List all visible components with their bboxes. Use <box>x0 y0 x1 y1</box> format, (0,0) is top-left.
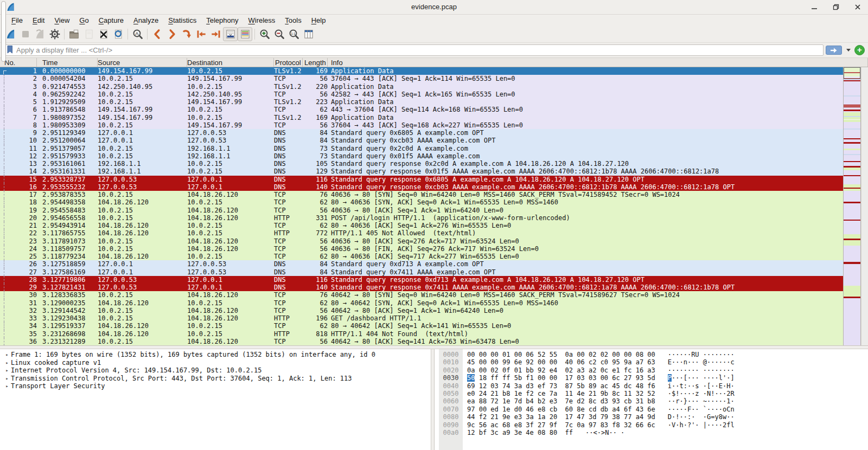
packet-row[interactable]: 132.953161061192.168.1.110.0.2.15DNS105S… <box>0 160 843 168</box>
packet-row[interactable]: 20.00005420410.0.2.15149.154.167.99TCP56… <box>0 75 843 82</box>
menu-wireless[interactable]: Wireless <box>244 16 280 25</box>
column-header-destination[interactable]: Destination <box>187 58 274 67</box>
hex-bytes[interactable]: 0a 00 02 0f 01 bb 92 e4 02 a3 a2 0c e1 f… <box>467 367 655 374</box>
hex-ascii[interactable]: P···[··· ····l'·] <box>668 374 735 382</box>
go-first-button[interactable] <box>194 27 208 41</box>
hex-row[interactable]: 0060ea 88 72 1e 7d b4 b2 e3 7e d2 8c d3 … <box>435 397 868 405</box>
packet-row[interactable]: 223.117865755104.18.26.12010.0.2.15HTTP7… <box>0 229 843 237</box>
minimize-button[interactable] <box>808 1 820 13</box>
packet-row[interactable]: 243.11850975710.0.2.15104.18.26.120TCP56… <box>0 245 843 253</box>
hex-bytes[interactable]: 00 00 00 01 00 06 52 55 0a 00 02 02 00 0… <box>467 351 655 358</box>
column-header-info[interactable]: Info <box>328 58 868 67</box>
menu-capture[interactable]: Capture <box>94 16 129 25</box>
column-header-source[interactable]: Source <box>98 58 187 67</box>
expand-arrow-icon[interactable]: ▸ <box>3 375 11 383</box>
display-filter-input[interactable] <box>16 46 821 54</box>
hex-bytes[interactable]: e0 24 21 b8 1e f2 ce 7a 11 4e 21 9b 8c 1… <box>467 390 655 397</box>
hex-ascii[interactable]: ······RU ········ <box>668 351 735 358</box>
menu-help[interactable]: Help <box>307 16 331 25</box>
packet-row[interactable]: 182.954498358104.18.26.12010.0.2.15TCP62… <box>0 198 843 206</box>
hex-row[interactable]: 003050 18 ff ff 5b f1 00 00 17 03 03 00 … <box>435 374 868 382</box>
packet-row[interactable]: 363.23132128910.0.2.15104.18.26.120TCP56… <box>0 338 843 345</box>
hex-bytes[interactable]: 45 00 00 99 6e 92 00 00 40 06 c2 c0 95 9… <box>467 358 655 366</box>
hex-bytes[interactable]: 9c 56 ac 68 e8 3f 27 9f 7c 0a 97 83 f8 3… <box>467 421 655 429</box>
hex-bytes[interactable]: 97 00 ed 1e d0 46 e8 cb 60 8e cd db a4 6… <box>467 406 655 413</box>
packet-row[interactable]: 61.913786548149.154.167.9910.0.2.15TCP62… <box>0 106 843 113</box>
hex-row[interactable]: 0050e0 24 21 b8 1e f2 ce 7a 11 4e 21 9b … <box>435 390 868 397</box>
menu-statistics[interactable]: Statistics <box>163 16 201 25</box>
packet-row[interactable]: 142.953161331192.168.1.110.0.2.15DNS129S… <box>0 168 843 175</box>
hex-row[interactable]: 008044 f2 21 9e e3 3a 1a 20 17 47 3d 79 … <box>435 413 868 421</box>
go-forward-button[interactable] <box>164 27 179 41</box>
go-to-packet-button[interactable] <box>179 27 194 41</box>
packet-row[interactable]: 233.11789107310.0.2.15104.18.26.120TCP56… <box>0 237 843 245</box>
reload-file-button[interactable] <box>111 27 125 41</box>
colorize-button[interactable] <box>238 27 252 41</box>
hex-ascii[interactable]: E···n··· @······c <box>668 358 735 366</box>
close-file-button[interactable] <box>96 27 111 41</box>
menu-view[interactable]: View <box>49 16 74 25</box>
hex-row[interactable]: 00a012 bf 3c a9 3e 4e 08 80 ff··<·>N·· · <box>435 429 868 436</box>
detail-tree-item[interactable]: ▸Transport Layer Security <box>3 382 431 390</box>
detail-tree-item[interactable]: ▸Frame 1: 169 bytes on wire (1352 bits),… <box>3 351 431 359</box>
add-filter-button[interactable]: + <box>854 45 865 55</box>
packet-row[interactable]: 333.12923043810.0.2.15104.18.26.120HTTP1… <box>0 314 843 322</box>
packet-row[interactable]: 51.91292950910.0.2.15149.154.167.99TLSv1… <box>0 98 843 106</box>
go-back-button[interactable] <box>150 27 164 41</box>
hex-ascii[interactable]: ··<·>N·· · <box>585 429 624 436</box>
menu-telephony[interactable]: Telephony <box>201 16 243 25</box>
packet-row[interactable]: 10.000000000149.154.167.9910.0.2.15TLSv1… <box>0 67 843 75</box>
packet-list-scrollbar[interactable] <box>861 67 868 345</box>
expand-arrow-icon[interactable]: ▸ <box>3 351 11 359</box>
packet-row[interactable]: 293.127821431127.0.0.53127.0.0.1DNS140St… <box>0 284 843 291</box>
detail-tree-item[interactable]: ▸Linux cooked capture v1 <box>3 359 431 367</box>
packet-list-scrollbar-handle[interactable] <box>1 1 6 62</box>
packet-row[interactable]: 273.127586169127.0.0.1127.0.0.53DNS84Sta… <box>0 268 843 276</box>
packet-row[interactable]: 30.921474553142.250.140.9510.0.2.15TLSv1… <box>0 83 843 91</box>
hex-row[interactable]: 001045 00 00 99 6e 92 00 00 40 06 c2 c0 … <box>435 358 868 366</box>
display-filter-box[interactable] <box>3 44 824 56</box>
hex-row[interactable]: 00909c 56 ac 68 e8 3f 27 9f 7c 0a 97 83 … <box>435 421 868 429</box>
packet-row[interactable]: 102.951200064127.0.0.1127.0.0.53DNS84Sta… <box>0 137 843 144</box>
packet-row[interactable]: 71.980897352149.154.167.9910.0.2.15TLSv1… <box>0 114 843 121</box>
packet-row[interactable]: 40.96259224210.0.2.15142.250.140.95TCP56… <box>0 91 843 98</box>
expand-arrow-icon[interactable]: ▸ <box>3 367 11 375</box>
hex-ascii[interactable]: ·$!····z ·N!···2R <box>668 390 735 397</box>
packet-row[interactable]: 192.95455848310.0.2.15104.18.26.120TCP56… <box>0 207 843 214</box>
packet-row[interactable]: 162.953555232127.0.0.53127.0.0.1DNS140St… <box>0 183 843 191</box>
hex-ascii[interactable]: ·V·h·?'· |····2fl <box>668 421 735 429</box>
hex-ascii[interactable]: i··t:··s ·[··E·H· <box>668 382 735 390</box>
hex-row[interactable]: 007097 00 ed 1e d0 46 e8 cb 60 8e cd db … <box>435 406 868 413</box>
zoom-100-button[interactable]: 1:1 <box>286 27 301 41</box>
packet-row[interactable]: 283.127719806127.0.0.53127.0.0.1DNS116St… <box>0 276 843 284</box>
packet-row[interactable]: 112.95137905710.0.2.15192.168.1.1DNS73St… <box>0 145 843 152</box>
find-packet-button[interactable]: A <box>130 27 145 41</box>
hex-ascii[interactable]: ·····F·· `····oCn <box>668 406 735 413</box>
hex-bytes[interactable]: ea 88 72 1e 7d b4 b2 e3 7e d2 8c d3 93 c… <box>467 397 655 405</box>
close-button[interactable] <box>852 1 864 13</box>
bookmark-icon[interactable] <box>6 45 14 56</box>
hex-row[interactable]: 004069 12 03 74 3a d3 ef 73 87 5b 89 ac … <box>435 382 868 390</box>
detail-tree-item[interactable]: ▸Transmission Control Protocol, Src Port… <box>3 375 431 383</box>
packet-row[interactable]: 172.95387835310.0.2.15104.18.26.120TCP76… <box>0 191 843 198</box>
packet-row[interactable]: 263.127518859127.0.0.1127.0.0.53DNS84Sta… <box>0 260 843 268</box>
vertical-splitter[interactable] <box>431 349 435 450</box>
zoom-out-button[interactable] <box>272 27 286 41</box>
hex-bytes[interactable]: 50 18 ff ff 5b f1 00 00 17 03 03 00 6c 2… <box>467 374 655 382</box>
packet-row[interactable]: 92.951129349127.0.0.1127.0.0.53DNS84Stan… <box>0 129 843 137</box>
hex-row[interactable]: 00200a 00 02 0f 01 bb 92 e4 02 a3 a2 0c … <box>435 367 868 374</box>
menu-tools[interactable]: Tools <box>280 16 306 25</box>
packet-row[interactable]: 343.129519337104.18.26.12010.0.2.15TCP62… <box>0 322 843 330</box>
horizontal-splitter[interactable] <box>0 345 868 349</box>
hex-bytes[interactable]: 44 f2 21 9e e3 3a 1a 20 17 47 3d 79 38 7… <box>467 413 655 421</box>
detail-tree-item[interactable]: ▸Internet Protocol Version 4, Src: 149.1… <box>3 367 431 375</box>
packet-row[interactable]: 353.231268698104.18.26.12010.0.2.15HTTP8… <box>0 330 843 338</box>
hex-ascii[interactable]: ··r·}··· ~·····1· <box>668 397 735 405</box>
expand-arrow-icon[interactable]: ▸ <box>3 382 11 390</box>
intelligent-scrollbar-minimap[interactable] <box>843 67 861 345</box>
expand-arrow-icon[interactable]: ▸ <box>3 359 11 367</box>
packet-row[interactable]: 122.95157993310.0.2.15192.168.1.1DNS73St… <box>0 152 843 160</box>
packet-row[interactable]: 303.12833683510.0.2.15104.18.26.120TCP76… <box>0 291 843 299</box>
menu-go[interactable]: Go <box>74 16 93 25</box>
menu-file[interactable]: File <box>7 16 28 25</box>
